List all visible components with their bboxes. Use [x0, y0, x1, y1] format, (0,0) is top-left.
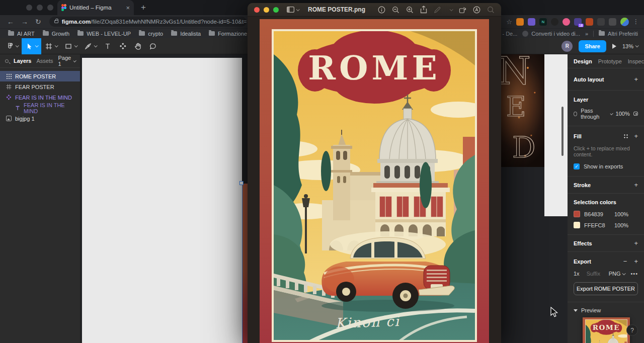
macos-preview-window[interactable]: ROME POSTER.png: [248, 3, 501, 343]
bookmarks-overflow-chevron[interactable]: »: [585, 31, 588, 37]
layer-row-fear-poster[interactable]: FEAR POSTER: [0, 81, 80, 92]
bookmark-converti[interactable]: Converti i video di...: [522, 31, 580, 37]
color-hex[interactable]: B64839: [584, 211, 610, 217]
browser-minimize-button[interactable]: [37, 5, 43, 11]
bookmark-truncated[interactable]: - De...: [502, 31, 517, 37]
browser-menu-icon[interactable]: ⋮: [633, 18, 639, 25]
bookmark-item[interactable]: AI ART: [8, 31, 35, 37]
add-fill-icon[interactable]: +: [634, 132, 638, 140]
selection-color-row[interactable]: B64839 100%: [574, 211, 638, 217]
layer-row-bigjpg[interactable]: bigjpg 1: [0, 113, 80, 124]
layer-row-text[interactable]: FEAR IS IN THE MIND: [0, 103, 80, 113]
main-menu-button[interactable]: [2, 38, 22, 54]
annotate-icon[interactable]: [473, 6, 480, 14]
pen-tool-button[interactable]: [80, 38, 100, 54]
search-icon[interactable]: [487, 6, 495, 14]
show-in-exports-checkbox[interactable]: ✓: [574, 163, 580, 169]
extension-icon[interactable]: [528, 18, 535, 26]
export-scale-dropdown[interactable]: 1x: [574, 271, 580, 277]
preview-collapse-caret[interactable]: [574, 309, 578, 312]
color-hex[interactable]: FFEFC8: [584, 222, 610, 228]
browser-window-controls[interactable]: [26, 5, 53, 11]
share-button[interactable]: Share: [579, 40, 606, 52]
color-swatch[interactable]: [574, 222, 580, 228]
canvas-frame[interactable]: [82, 58, 242, 343]
tab-layers[interactable]: Layers: [14, 58, 31, 64]
frame-tool-button[interactable]: [41, 38, 61, 54]
components-tool-button[interactable]: [115, 38, 130, 54]
bookmark-item[interactable]: Formazione: [209, 31, 247, 37]
tab-design[interactable]: Design: [574, 58, 592, 64]
color-opacity[interactable]: 100%: [614, 222, 628, 228]
extension-icon[interactable]: 18: [574, 18, 582, 26]
chevron-down-icon[interactable]: [450, 8, 453, 11]
back-icon[interactable]: ←: [7, 18, 14, 26]
window-minimize-button[interactable]: [264, 7, 269, 13]
visibility-eye-icon[interactable]: [633, 112, 638, 116]
info-icon[interactable]: [378, 6, 385, 14]
hand-tool-button[interactable]: [130, 38, 145, 54]
add-auto-layout-icon[interactable]: +: [634, 75, 638, 83]
canvas-scrollbar[interactable]: [561, 107, 564, 156]
bookmark-item[interactable]: WEB - LEVEL-UP: [77, 31, 131, 37]
shape-tool-button[interactable]: [61, 38, 80, 54]
color-swatch[interactable]: [574, 211, 580, 217]
tab-inspect[interactable]: Inspect: [628, 58, 644, 64]
new-tab-button[interactable]: +: [141, 3, 146, 13]
bookmark-item[interactable]: Idealista: [171, 31, 201, 37]
bookmark-item[interactable]: Growth: [43, 31, 69, 37]
selection-color-row[interactable]: FFEFC8 100%: [574, 222, 638, 228]
export-rome-poster-button[interactable]: Export ROME POSTER: [574, 282, 638, 295]
browser-zoom-button[interactable]: [47, 5, 53, 11]
add-effect-icon[interactable]: +: [634, 239, 638, 247]
share-icon[interactable]: [420, 6, 427, 14]
search-icon[interactable]: [5, 59, 9, 63]
extension-icon[interactable]: [597, 18, 605, 26]
canvas-white-frame[interactable]: [544, 54, 568, 216]
bookmark-star-icon[interactable]: ☆: [506, 18, 512, 26]
remove-export-icon[interactable]: −: [623, 258, 627, 265]
extension-icon[interactable]: [551, 18, 558, 26]
extension-icon[interactable]: [562, 18, 570, 26]
zoom-in-icon[interactable]: [406, 6, 414, 14]
browser-tab[interactable]: Untitled – Figma ×: [57, 0, 134, 15]
page-selector[interactable]: Page 1: [58, 55, 76, 67]
help-button[interactable]: ?: [626, 324, 638, 336]
layer-row-rome-poster[interactable]: ROME POSTER: [0, 71, 80, 81]
color-opacity[interactable]: 100%: [614, 211, 628, 217]
blend-mode-dropdown[interactable]: Pass through: [581, 108, 604, 120]
preview-window-titlebar[interactable]: ROME POSTER.png: [248, 3, 501, 17]
forward-icon[interactable]: →: [21, 18, 28, 26]
extension-icon[interactable]: [516, 18, 524, 26]
reload-icon[interactable]: ↻: [35, 18, 41, 26]
window-zoom-button[interactable]: [273, 7, 279, 13]
selection-handle[interactable]: [239, 181, 244, 185]
extension-icon[interactable]: [609, 18, 616, 26]
export-suffix-input[interactable]: [587, 271, 609, 277]
extension-icon[interactable]: [586, 18, 593, 26]
tab-assets[interactable]: Assets: [36, 58, 53, 64]
move-tool-button[interactable]: [22, 38, 41, 54]
layer-row-component[interactable]: FEAR IS IN THE MIND: [0, 92, 80, 103]
extension-icon[interactable]: N: [539, 18, 547, 26]
browser-close-button[interactable]: [26, 5, 32, 11]
address-bar[interactable]: figma.com/file/ZOqa831eMwhNfNMRz3vGs1/Un…: [49, 17, 247, 27]
export-format-dropdown[interactable]: PNG: [609, 271, 625, 277]
text-tool-button[interactable]: [100, 38, 115, 54]
styles-icon[interactable]: [623, 134, 628, 138]
bookmark-item[interactable]: crypto: [139, 31, 163, 37]
bookmark-altri-preferiti[interactable]: Altri Preferiti: [599, 31, 638, 37]
zoom-level-dropdown[interactable]: 13%: [622, 43, 638, 49]
zoom-out-icon[interactable]: [392, 6, 399, 14]
present-icon[interactable]: [612, 44, 616, 49]
user-avatar[interactable]: R: [561, 41, 573, 52]
browser-profile-avatar[interactable]: [620, 18, 629, 26]
sidebar-toggle-button[interactable]: [287, 7, 299, 13]
window-close-button[interactable]: [254, 7, 260, 13]
markup-pencil-icon[interactable]: [434, 6, 441, 14]
add-export-icon[interactable]: +: [634, 258, 638, 265]
opacity-value[interactable]: 100%: [616, 111, 630, 117]
rotate-icon[interactable]: [459, 6, 466, 14]
export-more-icon[interactable]: •••: [630, 271, 638, 277]
tab-close-icon[interactable]: ×: [126, 4, 130, 12]
